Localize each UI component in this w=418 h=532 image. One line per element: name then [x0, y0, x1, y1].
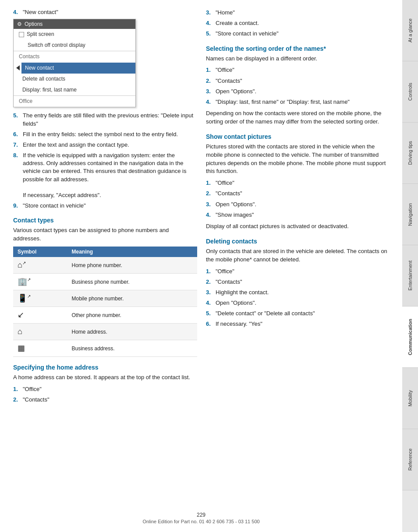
meaning-other-phone: Other phone number. [67, 307, 197, 324]
tab-controls[interactable]: Controls [402, 61, 418, 123]
pic-item-4-num: 4. [206, 211, 216, 219]
spec-item-2-num: 2. [13, 396, 23, 404]
tab-reference[interactable]: Reference [402, 429, 418, 490]
show-pictures-note: Display of all contact pictures is activ… [206, 222, 389, 231]
pic-item-1: 1. "Office" [206, 179, 389, 187]
sorting-heading: Selecting the sorting order of the names… [206, 45, 389, 52]
spec-item-1-num: 1. [13, 385, 23, 393]
menu-title-icon: ⚙ [17, 21, 22, 27]
sorting-note: Depending on how the contacts were store… [206, 109, 389, 126]
item-6: 6. Fill in the entry fields: select the … [13, 130, 197, 138]
del-item-5-text: "Delete contact" or "Delete all contacts… [216, 310, 389, 317]
symbol-other-phone: ↙ [13, 307, 67, 324]
right-top-items: 3. "Home" 4. Create a contact. 5. "Store… [206, 9, 389, 38]
left-items-list: 5. The entry fields are still filled wit… [13, 112, 197, 210]
pic-item-2-num: 2. [206, 190, 216, 197]
sort-item-2-text: "Contacts" [216, 77, 389, 85]
split-screen-label: Split screen [27, 30, 54, 39]
sort-item-1: 1. "Office" [206, 66, 389, 74]
right-item-4-text: Create a contact. [216, 19, 389, 27]
specifying-home-section: Specifying the home address A home addre… [13, 364, 197, 404]
spec-item-2: 2. "Contacts" [13, 396, 197, 404]
item-8-num: 8. [13, 151, 23, 199]
specifying-home-heading: Specifying the home address [13, 364, 197, 371]
menu-title: ⚙ Options [14, 19, 135, 29]
menu-item-delete-all[interactable]: Delete all contacts [14, 74, 135, 85]
symbol-business-address: ▦ [13, 340, 67, 357]
item-4-num: 4. [13, 9, 23, 15]
symbol-business-phone: 🏢↗ [13, 274, 67, 290]
tab-mobility[interactable]: Mobility [402, 368, 418, 429]
spec-item-2-text: "Contacts" [23, 396, 197, 404]
tab-driving-tips[interactable]: Driving tips [402, 123, 418, 184]
del-item-6-text: If necessary. "Yes" [216, 320, 389, 328]
item-4: 4. "New contact" [13, 9, 197, 15]
specifying-home-intro: A home address can be stored. It appears… [13, 373, 197, 382]
del-item-1: 1. "Office" [206, 268, 389, 275]
right-item-5-text: "Store contact in vehicle" [216, 30, 389, 38]
sidebar-tabs: At a glance Controls Driving tips Naviga… [402, 0, 418, 532]
del-item-5: 5. "Delete contact" or "Delete all conta… [206, 310, 389, 317]
tab-communication[interactable]: Communication [402, 307, 418, 368]
symbol-home-address: ⌂ [13, 324, 67, 340]
pic-item-3-text: Open "Options". [216, 201, 389, 208]
menu-item-switch-off[interactable]: Switch off control display [14, 40, 135, 51]
table-header-meaning: Meaning [67, 247, 197, 257]
split-screen-checkbox[interactable] [19, 32, 24, 37]
item-9: 9. "Store contact in vehicle" [13, 202, 197, 210]
contact-types-heading: Contact types [13, 217, 197, 224]
deleting-intro: Only contacts that are stored in the veh… [206, 247, 389, 264]
menu-item-display[interactable]: Display: first, last name [14, 85, 135, 95]
right-item-3-text: "Home" [216, 9, 389, 17]
menu-section-office: Office [14, 96, 135, 107]
right-item-4: 4. Create a contact. [206, 19, 389, 27]
sorting-section: Selecting the sorting order of the names… [206, 45, 389, 126]
page-footer: 229 Online Edition for Part no. 01 40 2 … [0, 512, 402, 524]
show-pictures-intro: Pictures stored with the contacts are st… [206, 143, 389, 176]
right-item-3-num: 3. [206, 9, 216, 17]
arrow-left-icon [16, 65, 20, 70]
pic-item-1-num: 1. [206, 179, 216, 187]
contact-types-intro: Various contact types can be assigned to… [13, 226, 197, 243]
sorting-intro: Names can be displayed in a different or… [206, 55, 389, 63]
tab-entertainment[interactable]: Entertainment [402, 245, 418, 307]
del-item-6: 6. If necessary. "Yes" [206, 320, 389, 328]
symbol-home-phone: ⌂↗ [13, 257, 67, 274]
menu-title-text: Options [25, 21, 43, 27]
sort-item-4-text: "Display: last, first name" or "Display:… [216, 98, 389, 106]
menu-item-new-contact[interactable]: New contact [21, 63, 135, 74]
tab-at-a-glance[interactable]: At a glance [402, 0, 418, 61]
del-item-3: 3. Highlight the contact. [206, 289, 389, 296]
switch-off-label: Switch off control display [28, 42, 85, 48]
meaning-home-phone: Home phone number. [67, 257, 197, 274]
item-6-text: Fill in the entry fields: select the sym… [23, 130, 197, 138]
del-item-1-text: "Office" [216, 268, 389, 275]
del-item-2-text: "Contacts" [216, 278, 389, 286]
del-item-6-num: 6. [206, 320, 216, 328]
sort-item-1-text: "Office" [216, 66, 389, 74]
left-column: 4. "New contact" ⚙ Options Split screen … [13, 9, 197, 406]
display-label: Display: first, last name [22, 87, 77, 93]
table-row: ⌂ Home address. [13, 324, 197, 340]
table-row: ⌂↗ Home phone number. [13, 257, 197, 274]
item-5-text: The entry fields are still filled with t… [23, 112, 197, 127]
pic-item-3-num: 3. [206, 201, 216, 208]
right-item-4-num: 4. [206, 19, 216, 27]
new-contact-label: New contact [25, 65, 54, 71]
item-8: 8. If the vehicle is equipped with a nav… [13, 151, 197, 199]
del-item-4-text: Open "Options". [216, 299, 389, 307]
spec-item-1-text: "Office" [23, 385, 197, 393]
item-7: 7. Enter the text and assign the contact… [13, 141, 197, 149]
item-5-num: 5. [13, 112, 23, 127]
item-6-num: 6. [13, 130, 23, 138]
table-row: 🏢↗ Business phone number. [13, 274, 197, 290]
del-item-1-num: 1. [206, 268, 216, 275]
item-8-text: If the vehicle is equipped with a naviga… [23, 151, 197, 199]
sort-item-4-num: 4. [206, 98, 216, 106]
menu-item-split-screen[interactable]: Split screen [14, 29, 135, 40]
tab-navigation[interactable]: Navigation [402, 184, 418, 245]
right-item-3: 3. "Home" [206, 9, 389, 17]
del-item-5-num: 5. [206, 310, 216, 317]
pic-item-4: 4. "Show images" [206, 211, 389, 219]
del-item-3-num: 3. [206, 289, 216, 296]
